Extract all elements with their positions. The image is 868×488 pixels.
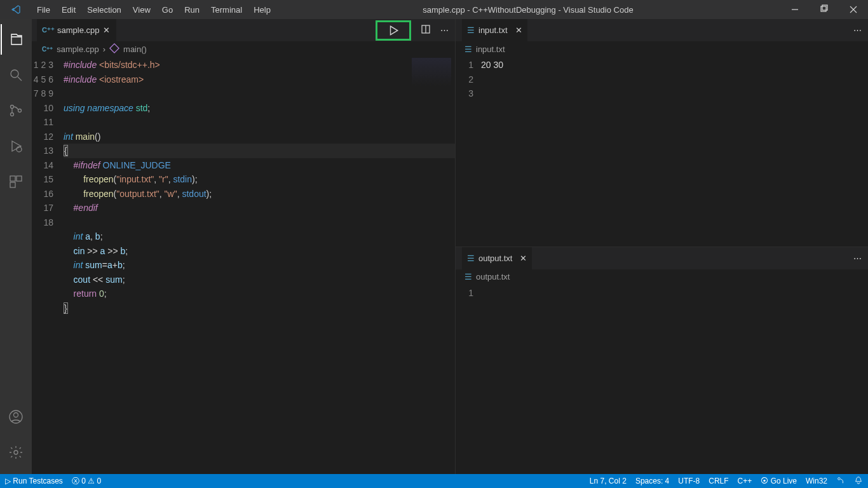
tab-bar: C⁺⁺ sample.cpp ✕ ⋯	[32, 19, 455, 41]
cursor-position[interactable]: Ln 7, Col 2	[590, 477, 627, 485]
extensions-icon[interactable]	[1, 166, 31, 197]
breadcrumb-symbol[interactable]: main()	[123, 44, 147, 54]
svg-point-22	[838, 477, 841, 480]
input-tab-bar: ☰ input.txt ✕ ⋯	[456, 19, 868, 41]
svg-rect-1	[821, 6, 826, 11]
input-pane: ☰ input.txt ✕ ⋯ ☰ input.txt 123 20 30	[456, 19, 868, 247]
problems-indicator[interactable]: ⓧ 0 ⚠ 0	[72, 476, 101, 487]
tab-label: output.txt	[478, 254, 512, 263]
close-button[interactable]	[839, 0, 868, 19]
tab-output-txt[interactable]: ☰ output.txt ✕	[462, 247, 532, 269]
output-pane: ☰ output.txt ✕ ⋯ ☰ output.txt 1	[456, 247, 868, 475]
encoding[interactable]: UTF-8	[678, 477, 700, 485]
input-code[interactable]: 20 30	[481, 57, 868, 247]
title-bar: File Edit Selection View Go Run Terminal…	[0, 0, 868, 19]
svg-point-9	[18, 109, 22, 112]
menu-selection[interactable]: Selection	[82, 3, 126, 17]
tab-sample-cpp[interactable]: C⁺⁺ sample.cpp ✕	[37, 19, 116, 41]
svg-line-6	[18, 77, 22, 81]
window-controls	[780, 0, 868, 19]
settings-gear-icon[interactable]	[1, 437, 31, 468]
main-area: C⁺⁺ sample.cpp ✕ ⋯ C⁺⁺ sample.cpp › main…	[0, 19, 868, 474]
explorer-icon[interactable]	[1, 24, 31, 55]
breadcrumb-file[interactable]: sample.cpp	[57, 44, 98, 54]
breadcrumb-file: output.txt	[476, 272, 510, 281]
breadcrumb-file: input.txt	[476, 44, 505, 54]
close-icon[interactable]: ✕	[515, 25, 522, 35]
file-icon: ☰	[467, 25, 475, 35]
notifications-icon[interactable]	[854, 476, 863, 487]
run-testcases-button[interactable]: ▷ Run Testcases	[5, 477, 63, 485]
svg-point-8	[11, 113, 14, 116]
minimap[interactable]	[412, 58, 451, 86]
line-numbers: 1	[456, 285, 481, 475]
close-icon[interactable]: ✕	[103, 25, 110, 35]
run-debug-icon[interactable]	[1, 131, 31, 161]
minimize-button[interactable]	[780, 0, 810, 19]
code-content[interactable]: #include <bits/stdc++.h> #include <iostr…	[64, 57, 455, 474]
menu-view[interactable]: View	[128, 3, 156, 17]
input-breadcrumb[interactable]: ☰ input.txt	[456, 41, 868, 57]
output-tab-bar: ☰ output.txt ✕ ⋯	[456, 247, 868, 269]
editor-area: C⁺⁺ sample.cpp ✕ ⋯ C⁺⁺ sample.cpp › main…	[32, 19, 868, 474]
cpp-file-icon: C⁺⁺	[42, 46, 53, 53]
vscode-logo-icon	[0, 4, 32, 15]
menu-edit[interactable]: Edit	[57, 3, 81, 17]
menu-terminal[interactable]: Terminal	[206, 3, 247, 17]
output-code[interactable]	[481, 285, 868, 475]
file-icon: ☰	[467, 254, 475, 263]
file-icon: ☰	[465, 44, 472, 54]
svg-rect-2	[822, 5, 827, 10]
right-editor-group: ☰ input.txt ✕ ⋯ ☰ input.txt 123 20 30	[455, 19, 868, 474]
line-numbers: 123	[456, 57, 481, 247]
svg-point-17	[14, 451, 18, 454]
menu-help[interactable]: Help	[248, 3, 276, 17]
menu-file[interactable]: File	[32, 3, 55, 17]
account-icon[interactable]	[1, 402, 31, 432]
svg-point-7	[11, 105, 14, 109]
eol[interactable]: CRLF	[709, 477, 728, 485]
tab-label: sample.cpp	[57, 25, 99, 35]
more-actions-icon[interactable]: ⋯	[440, 25, 449, 35]
source-control-icon[interactable]	[1, 95, 31, 126]
search-icon[interactable]	[1, 60, 31, 90]
breadcrumb[interactable]: C⁺⁺ sample.cpp › main()	[32, 41, 455, 57]
file-icon: ☰	[465, 272, 472, 281]
more-actions-icon[interactable]: ⋯	[853, 254, 862, 263]
line-numbers: 1 2 3 4 5 6 7 8 9 10 11 12 13 14 15 16 1…	[32, 57, 64, 474]
menu-bar: File Edit Selection View Go Run Terminal…	[32, 3, 276, 17]
svg-rect-13	[17, 176, 22, 181]
svg-rect-14	[10, 182, 15, 187]
svg-point-5	[11, 70, 18, 78]
window-title: sample.cpp - C++WithoutDebugging - Visua…	[276, 5, 780, 15]
svg-point-16	[14, 413, 18, 417]
code-editor[interactable]: 1 2 3 4 5 6 7 8 9 10 11 12 13 14 15 16 1…	[32, 57, 455, 474]
status-bar: ▷ Run Testcases ⓧ 0 ⚠ 0 Ln 7, Col 2 Spac…	[0, 474, 868, 488]
cpp-file-icon: C⁺⁺	[43, 25, 53, 36]
menu-go[interactable]: Go	[157, 3, 178, 17]
activity-bar	[0, 19, 32, 474]
input-editor[interactable]: 123 20 30	[456, 57, 868, 247]
tab-input-txt[interactable]: ☰ input.txt ✕	[462, 19, 527, 41]
maximize-button[interactable]	[810, 0, 839, 19]
language-mode[interactable]: C++	[738, 477, 752, 485]
indentation[interactable]: Spaces: 4	[635, 477, 669, 485]
menu-run[interactable]: Run	[179, 3, 205, 17]
close-icon[interactable]: ✕	[520, 254, 527, 263]
left-editor-group: C⁺⁺ sample.cpp ✕ ⋯ C⁺⁺ sample.cpp › main…	[32, 19, 455, 474]
chevron-right-icon: ›	[103, 44, 105, 54]
output-editor[interactable]: 1	[456, 285, 868, 475]
svg-rect-21	[110, 43, 119, 52]
svg-rect-12	[10, 176, 15, 181]
platform-indicator[interactable]: Win32	[806, 477, 827, 485]
output-breadcrumb[interactable]: ☰ output.txt	[456, 269, 868, 285]
split-editor-icon[interactable]	[421, 24, 431, 36]
symbol-icon	[109, 43, 119, 55]
go-live-button[interactable]: ⦿ Go Live	[761, 477, 797, 485]
svg-marker-18	[391, 26, 398, 35]
tab-label: input.txt	[478, 25, 508, 35]
more-actions-icon[interactable]: ⋯	[853, 25, 862, 35]
feedback-icon[interactable]	[836, 476, 845, 487]
run-button[interactable]	[376, 20, 411, 41]
